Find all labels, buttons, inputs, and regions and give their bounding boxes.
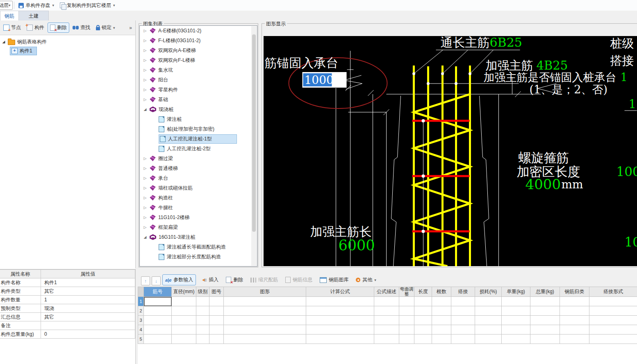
prop-value[interactable]: 其它	[41, 313, 135, 321]
atlas-item[interactable]: 灌注桩部分长度配筋构造	[140, 252, 257, 262]
grid-cell[interactable]	[172, 306, 196, 316]
atlas-item[interactable]: ▷双网双向F-L楼梯	[140, 55, 257, 65]
grid-cell[interactable]	[432, 306, 451, 316]
grid-cell[interactable]	[209, 316, 224, 325]
row-number[interactable]: 3	[138, 316, 144, 325]
grid-cell[interactable]	[196, 297, 209, 306]
grid-cell[interactable]	[399, 297, 414, 306]
grid-cell[interactable]	[589, 335, 637, 344]
grid-cell[interactable]	[306, 297, 374, 306]
atlas-item[interactable]: ▷11G101-2楼梯	[140, 213, 257, 222]
grid-cell[interactable]	[172, 335, 196, 344]
parameter-input[interactable]: 1000	[303, 72, 347, 88]
collapsed-icon[interactable]: ▷	[143, 58, 147, 62]
floor-combo[interactable]: 础层 ▾	[0, 1, 13, 10]
collapsed-icon[interactable]: ▷	[143, 29, 147, 33]
grid-cell[interactable]	[144, 325, 172, 335]
col-header[interactable]: 级别	[196, 287, 209, 297]
atlas-item[interactable]: ▷圈过梁	[140, 154, 257, 163]
delete-button[interactable]: 删除	[48, 23, 69, 33]
col-header[interactable]: 公式描述	[374, 287, 399, 297]
grid-cell[interactable]	[589, 306, 637, 316]
grid-cell[interactable]	[306, 335, 374, 344]
collapsed-icon[interactable]: ▷	[143, 48, 147, 52]
grid-cell[interactable]	[172, 316, 196, 325]
tab-rebar[interactable]: 钢筋	[0, 11, 19, 21]
find-button[interactable]: 查找	[70, 23, 93, 33]
grid-cell[interactable]	[374, 297, 399, 306]
grid-cell[interactable]	[530, 297, 560, 306]
other-button[interactable]: 其他 ▾	[353, 274, 379, 285]
grid-cell[interactable]	[502, 297, 530, 306]
grid-cell[interactable]	[502, 316, 530, 325]
grid-cell[interactable]	[209, 306, 224, 316]
lock-button[interactable]: 锁定 ▾	[93, 23, 118, 33]
atlas-item[interactable]: ▷普通楼梯	[140, 163, 257, 173]
prop-value[interactable]: 现浇	[41, 304, 135, 313]
col-header[interactable]: 钢筋归类	[560, 287, 589, 297]
grid-cell[interactable]	[306, 316, 374, 325]
move-up-button[interactable]: ↑	[141, 276, 150, 285]
collapsed-icon[interactable]: ▷	[143, 78, 147, 82]
atlas-item-selected[interactable]: 人工挖孔灌注桩-1型	[140, 134, 257, 144]
grid-cell[interactable]	[589, 325, 637, 335]
collapsed-icon[interactable]: ▷	[143, 156, 147, 161]
grid-cell[interactable]	[560, 335, 589, 344]
grid-cell[interactable]	[414, 316, 432, 325]
grid-cell[interactable]	[451, 316, 475, 325]
scrollbar[interactable]	[251, 26, 257, 266]
grid-cell[interactable]	[209, 297, 224, 306]
insert-button[interactable]: 插入	[198, 274, 221, 285]
grid-cell[interactable]	[432, 335, 451, 344]
copy-to-other-floors-button[interactable]: 复制构件到其它楼层 ▾	[57, 0, 118, 10]
scrollbar-thumb[interactable]	[252, 34, 256, 232]
collapsed-icon[interactable]: ▷	[143, 176, 147, 180]
atlas-item[interactable]: ▷双网双向A-E楼梯	[140, 45, 257, 55]
grid-cell[interactable]	[432, 325, 451, 335]
grid-cell[interactable]	[144, 335, 172, 344]
rebar-gallery-button[interactable]: 钢筋图库	[317, 274, 351, 285]
delete-row-button[interactable]: 删除	[223, 274, 246, 285]
grid-cell[interactable]	[451, 306, 475, 316]
grid-cell[interactable]	[560, 306, 589, 316]
grid-cell[interactable]	[432, 316, 451, 325]
grid-cell[interactable]	[451, 335, 475, 344]
tree-node-rebar-table-components[interactable]: ◢ 钢筋表格构件	[0, 37, 135, 46]
grid-cell[interactable]	[172, 325, 196, 335]
collapsed-icon[interactable]: ▷	[143, 68, 147, 72]
grid-cell[interactable]	[224, 325, 306, 335]
col-header[interactable]: 单重(kg)	[502, 287, 530, 297]
atlas-item[interactable]: ▷A-E楼梯(03G101-2)	[140, 26, 257, 36]
grid-cell[interactable]	[144, 306, 172, 316]
atlas-item[interactable]: ▷构造柱	[140, 193, 257, 203]
grid-cell[interactable]	[451, 297, 475, 306]
grid-cell[interactable]	[502, 306, 530, 316]
tree-node-component1[interactable]: + 构件1	[0, 46, 135, 55]
atlas-item[interactable]: 灌注桩	[140, 114, 257, 124]
prop-value[interactable]	[41, 321, 135, 330]
collapsed-icon[interactable]: ▷	[143, 88, 147, 92]
atlas-item[interactable]: ▷牛腿柱	[140, 203, 257, 213]
expanded-icon[interactable]: ◢	[143, 235, 147, 239]
grid-cell[interactable]	[196, 316, 209, 325]
grid-cell[interactable]	[475, 335, 502, 344]
grid-cell[interactable]	[399, 316, 414, 325]
collapsed-icon[interactable]: ▷	[143, 225, 147, 229]
collapsed-icon[interactable]: ▷	[143, 206, 147, 210]
grid-cell[interactable]	[172, 297, 196, 306]
grid-cell[interactable]	[196, 325, 209, 335]
grid-cell[interactable]	[414, 306, 432, 316]
grid-cell[interactable]	[589, 297, 637, 306]
atlas-item[interactable]: ▷墙柱或砌体拉筋	[140, 183, 257, 193]
collapsed-icon[interactable]: ▷	[143, 196, 147, 200]
grid-cell[interactable]	[530, 335, 560, 344]
atlas-item[interactable]: 人工挖孔灌注桩-2型	[140, 144, 257, 154]
grid-cell[interactable]	[374, 316, 399, 325]
prop-value[interactable]: 其它	[41, 287, 135, 296]
save-single-component-button[interactable]: 单构件存盘 ▾	[16, 0, 57, 10]
col-header[interactable]: 搭接	[451, 287, 475, 297]
grid-cell[interactable]	[530, 316, 560, 325]
row-number[interactable]: 1	[138, 297, 144, 306]
grid-cell[interactable]	[475, 316, 502, 325]
grid-cell-selected[interactable]	[144, 297, 172, 306]
